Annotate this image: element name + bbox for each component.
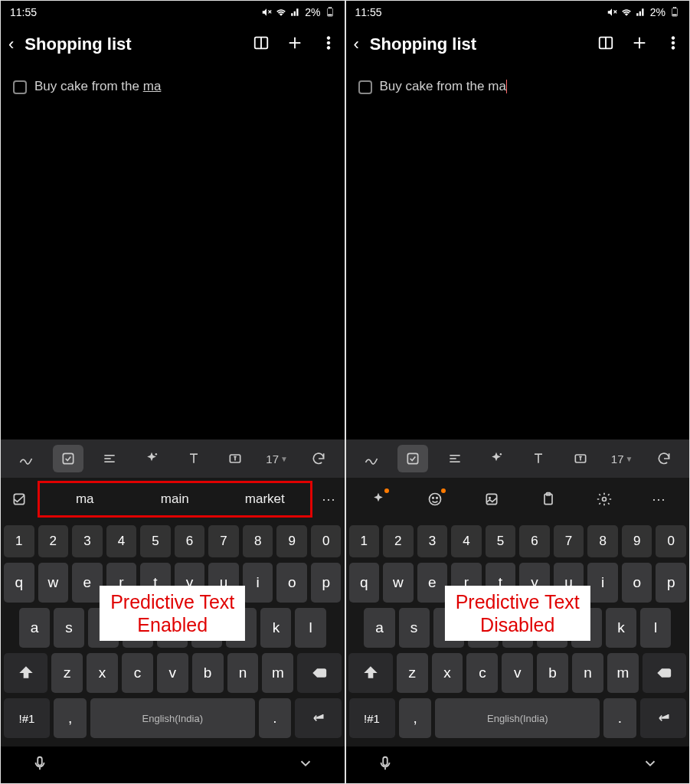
key-a[interactable]: a (364, 608, 394, 648)
ai-icon[interactable] (481, 445, 512, 472)
key-3[interactable]: 3 (417, 525, 448, 557)
more-icon[interactable] (320, 34, 337, 55)
key-z[interactable]: z (397, 653, 428, 693)
key-5[interactable]: 5 (140, 525, 171, 557)
back-button[interactable]: ‹ (8, 34, 14, 54)
enter-key[interactable] (640, 698, 686, 738)
more-tools[interactable]: ⋯ (647, 491, 670, 508)
key-7[interactable]: 7 (208, 525, 239, 557)
key-x[interactable]: x (87, 653, 118, 693)
textbox-icon[interactable] (565, 445, 596, 472)
key-s[interactable]: s (54, 608, 84, 648)
key-a[interactable]: a (19, 608, 50, 648)
font-icon[interactable] (178, 445, 209, 472)
key-v[interactable]: v (157, 653, 188, 693)
key-x[interactable]: x (432, 653, 463, 693)
key-v[interactable]: v (502, 653, 533, 693)
key-i[interactable]: i (243, 563, 273, 603)
backspace-key[interactable] (643, 653, 686, 693)
collapse-icon[interactable] (642, 755, 659, 775)
font-size-selector[interactable]: 17▼ (607, 445, 637, 472)
key-2[interactable]: 2 (383, 525, 414, 557)
key-6[interactable]: 6 (175, 525, 205, 557)
mic-icon[interactable] (377, 755, 394, 775)
key-1[interactable]: 1 (4, 525, 34, 557)
key-4[interactable]: 4 (451, 525, 482, 557)
key-2[interactable]: 2 (38, 525, 69, 557)
symbols-key[interactable]: !#1 (349, 698, 395, 738)
back-button[interactable]: ‹ (354, 34, 359, 54)
key-n[interactable]: n (572, 653, 603, 693)
note-text[interactable]: Buy cake from the ma (34, 79, 161, 426)
key-8[interactable]: 8 (587, 525, 618, 557)
undo-icon[interactable] (649, 445, 679, 472)
text-tool[interactable] (440, 445, 470, 472)
key-c[interactable]: c (466, 653, 498, 693)
sticker-icon[interactable] (5, 485, 33, 513)
key-e[interactable]: e (72, 563, 103, 603)
key-p[interactable]: p (311, 563, 342, 603)
reader-icon[interactable] (597, 34, 614, 55)
checkbox[interactable] (13, 80, 27, 94)
key-1[interactable]: 1 (349, 525, 380, 557)
backspace-key[interactable] (297, 653, 341, 693)
more-icon[interactable] (665, 34, 682, 55)
key-5[interactable]: 5 (486, 525, 516, 557)
mic-icon[interactable] (31, 755, 48, 775)
key-p[interactable]: p (656, 563, 686, 603)
textbox-icon[interactable] (220, 445, 250, 472)
key-b[interactable]: b (537, 653, 568, 693)
prediction-3[interactable]: market (220, 483, 310, 515)
key-c[interactable]: c (122, 653, 153, 693)
settings-icon[interactable] (590, 485, 618, 513)
enter-key[interactable] (295, 698, 341, 738)
key-7[interactable]: 7 (554, 525, 584, 557)
font-icon[interactable] (523, 445, 554, 472)
key-9[interactable]: 9 (622, 525, 652, 557)
pen-icon[interactable] (356, 445, 387, 472)
space-key[interactable]: English(India) (435, 698, 600, 738)
key-3[interactable]: 3 (72, 525, 103, 557)
period-key[interactable]: . (259, 698, 292, 738)
add-button[interactable] (631, 34, 648, 55)
checkbox-tool[interactable] (397, 445, 428, 472)
checkbox-tool[interactable] (53, 445, 83, 472)
note-content[interactable]: Buy cake from the ma (346, 65, 690, 439)
note-text[interactable]: Buy cake from the ma (380, 79, 507, 426)
key-k[interactable]: k (606, 608, 636, 648)
add-button[interactable] (286, 34, 303, 55)
period-key[interactable]: . (603, 698, 636, 738)
more-suggestions[interactable]: ⋯ (317, 491, 340, 508)
key-n[interactable]: n (227, 653, 259, 693)
prediction-2[interactable]: main (130, 483, 221, 515)
key-8[interactable]: 8 (243, 525, 273, 557)
gif-icon[interactable] (478, 485, 505, 513)
key-q[interactable]: q (349, 563, 380, 603)
key-6[interactable]: 6 (519, 525, 550, 557)
checkbox[interactable] (358, 80, 372, 94)
collapse-icon[interactable] (297, 755, 314, 775)
key-s[interactable]: s (399, 608, 430, 648)
key-o[interactable]: o (622, 563, 652, 603)
key-i[interactable]: i (587, 563, 618, 603)
key-o[interactable]: o (276, 563, 307, 603)
key-l[interactable]: l (640, 608, 671, 648)
key-9[interactable]: 9 (276, 525, 307, 557)
key-0[interactable]: 0 (656, 525, 686, 557)
ai-suggest-icon[interactable] (365, 485, 392, 513)
key-k[interactable]: k (260, 608, 291, 648)
pen-icon[interactable] (11, 445, 41, 472)
undo-icon[interactable] (303, 445, 334, 472)
symbols-key[interactable]: !#1 (4, 698, 50, 738)
key-e[interactable]: e (417, 563, 448, 603)
text-tool[interactable] (94, 445, 125, 472)
note-content[interactable]: Buy cake from the ma (1, 65, 345, 439)
shift-key[interactable] (4, 653, 47, 693)
key-4[interactable]: 4 (106, 525, 137, 557)
key-l[interactable]: l (295, 608, 325, 648)
ai-icon[interactable] (136, 445, 167, 472)
space-key[interactable]: English(India) (90, 698, 255, 738)
comma-key[interactable]: , (399, 698, 432, 738)
shift-key[interactable] (348, 653, 392, 693)
key-w[interactable]: w (383, 563, 414, 603)
